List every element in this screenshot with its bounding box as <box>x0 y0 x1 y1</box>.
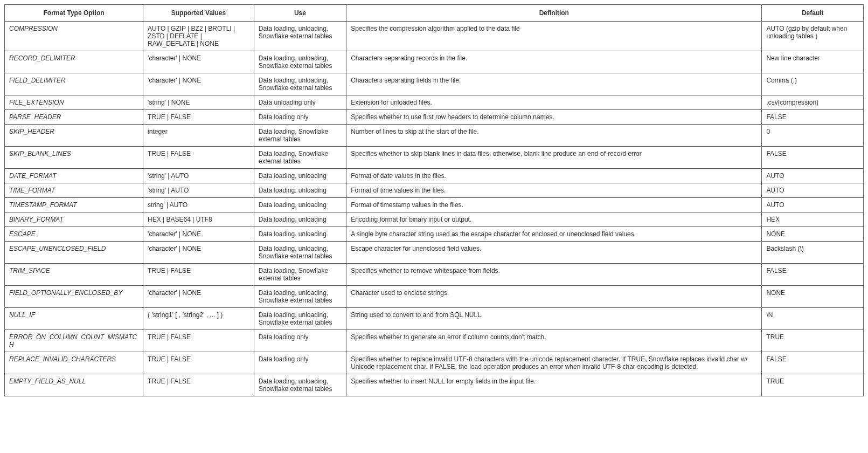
cell-use: Data loading, unloading, Snowflake exter… <box>254 286 346 308</box>
cell-definition: Format of timestamp values in the files. <box>346 198 762 212</box>
cell-supported: 'character' | NONE <box>143 227 254 242</box>
cell-definition: Specifies whether to use first row heade… <box>346 110 762 125</box>
cell-option: TIMESTAMP_FORMAT <box>5 198 143 212</box>
cell-use: Data loading, unloading <box>254 169 346 183</box>
cell-supported: TRUE | FALSE <box>143 330 254 352</box>
cell-option: ERROR_ON_COLUMN_COUNT_MISMATCH <box>5 330 143 352</box>
cell-option: SKIP_BLANK_LINES <box>5 147 143 169</box>
cell-definition: String used to convert to and from SQL N… <box>346 308 762 330</box>
table-row: COMPRESSIONAUTO | GZIP | BZ2 | BROTLI | … <box>5 22 864 51</box>
cell-supported: 'string' | NONE <box>143 95 254 110</box>
cell-default: .csv[compression] <box>762 95 864 110</box>
header-supported: Supported Values <box>143 5 254 22</box>
cell-option: ESCAPE <box>5 227 143 242</box>
cell-option: SKIP_HEADER <box>5 125 143 147</box>
cell-definition: Encoding format for binary input or outp… <box>346 212 762 227</box>
cell-use: Data loading, unloading <box>254 227 346 242</box>
cell-definition: Extension for unloaded files. <box>346 95 762 110</box>
cell-supported: TRUE | FALSE <box>143 264 254 286</box>
cell-definition: Characters separating fields in the file… <box>346 73 762 95</box>
format-options-table: Format Type Option Supported Values Use … <box>4 4 864 396</box>
table-row: ERROR_ON_COLUMN_COUNT_MISMATCHTRUE | FAL… <box>5 330 864 352</box>
cell-definition: Format of date values in the files. <box>346 169 762 183</box>
cell-supported: TRUE | FALSE <box>143 110 254 125</box>
cell-use: Data loading only <box>254 110 346 125</box>
cell-definition: A single byte character string used as t… <box>346 227 762 242</box>
cell-supported: TRUE | FALSE <box>143 374 254 396</box>
cell-use: Data loading, Snowflake external tables <box>254 125 346 147</box>
cell-use: Data unloading only <box>254 95 346 110</box>
header-option: Format Type Option <box>5 5 143 22</box>
cell-use: Data loading, unloading, Snowflake exter… <box>254 308 346 330</box>
cell-default: TRUE <box>762 374 864 396</box>
cell-supported: 'character' | NONE <box>143 73 254 95</box>
cell-option: TIME_FORMAT <box>5 183 143 198</box>
cell-default: NONE <box>762 286 864 308</box>
cell-default: AUTO <box>762 198 864 212</box>
cell-default: HEX <box>762 212 864 227</box>
cell-supported: 'string' | AUTO <box>143 169 254 183</box>
cell-default: NONE <box>762 227 864 242</box>
cell-definition: Specifies whether to insert NULL for emp… <box>346 374 762 396</box>
cell-use: Data loading only <box>254 352 346 374</box>
cell-definition: Specifies whether to remove whitespace f… <box>346 264 762 286</box>
cell-option: EMPTY_FIELD_AS_NULL <box>5 374 143 396</box>
cell-option: DATE_FORMAT <box>5 169 143 183</box>
cell-definition: Specifies the compression algorithm appl… <box>346 22 762 51</box>
header-definition: Definition <box>346 5 762 22</box>
cell-option: RECORD_DELIMITER <box>5 51 143 73</box>
cell-use: Data loading, unloading, Snowflake exter… <box>254 242 346 264</box>
table-row: BINARY_FORMATHEX | BASE64 | UTF8Data loa… <box>5 212 864 227</box>
cell-use: Data loading, unloading, Snowflake exter… <box>254 374 346 396</box>
table-row: TIME_FORMAT'string' | AUTOData loading, … <box>5 183 864 198</box>
table-row: EMPTY_FIELD_AS_NULLTRUE | FALSEData load… <box>5 374 864 396</box>
cell-definition: Character used to enclose strings. <box>346 286 762 308</box>
cell-supported: TRUE | FALSE <box>143 147 254 169</box>
cell-default: TRUE <box>762 330 864 352</box>
table-row: SKIP_HEADERintegerData loading, Snowflak… <box>5 125 864 147</box>
cell-supported: HEX | BASE64 | UTF8 <box>143 212 254 227</box>
cell-supported: AUTO | GZIP | BZ2 | BROTLI | ZSTD | DEFL… <box>143 22 254 51</box>
table-row: TIMESTAMP_FORMATstring' | AUTOData loadi… <box>5 198 864 212</box>
table-row: ESCAPE'character' | NONEData loading, un… <box>5 227 864 242</box>
cell-use: Data loading, Snowflake external tables <box>254 264 346 286</box>
cell-use: Data loading, unloading, Snowflake exter… <box>254 51 346 73</box>
cell-definition: Specifies whether to replace invalid UTF… <box>346 352 762 374</box>
cell-supported: 'character' | NONE <box>143 286 254 308</box>
cell-option: BINARY_FORMAT <box>5 212 143 227</box>
cell-default: AUTO <box>762 183 864 198</box>
cell-default: FALSE <box>762 264 864 286</box>
cell-option: ESCAPE_UNENCLOSED_FIELD <box>5 242 143 264</box>
cell-definition: Number of lines to skip at the start of … <box>346 125 762 147</box>
cell-default: AUTO (gzip by default when unloading tab… <box>762 22 864 51</box>
table-row: FIELD_DELIMITER'character' | NONEData lo… <box>5 73 864 95</box>
header-use: Use <box>254 5 346 22</box>
cell-option: NULL_IF <box>5 308 143 330</box>
table-row: DATE_FORMAT'string' | AUTOData loading, … <box>5 169 864 183</box>
cell-use: Data loading, Snowflake external tables <box>254 147 346 169</box>
table-row: RECORD_DELIMITER'character' | NONEData l… <box>5 51 864 73</box>
cell-supported: 'string' | AUTO <box>143 183 254 198</box>
cell-definition: Escape character for unenclosed field va… <box>346 242 762 264</box>
cell-supported: 'character' | NONE <box>143 242 254 264</box>
cell-use: Data loading, unloading <box>254 198 346 212</box>
table-row: FIELD_OPTIONALLY_ENCLOSED_BY'character' … <box>5 286 864 308</box>
cell-default: FALSE <box>762 352 864 374</box>
cell-default: \N <box>762 308 864 330</box>
cell-definition: Specifies whether to generate an error i… <box>346 330 762 352</box>
table-header-row: Format Type Option Supported Values Use … <box>5 5 864 22</box>
cell-use: Data loading, unloading <box>254 212 346 227</box>
cell-option: FILE_EXTENSION <box>5 95 143 110</box>
cell-definition: Characters separating records in the fil… <box>346 51 762 73</box>
cell-default: Backslash (\) <box>762 242 864 264</box>
cell-supported: string' | AUTO <box>143 198 254 212</box>
cell-use: Data loading, unloading, Snowflake exter… <box>254 22 346 51</box>
table-row: REPLACE_INVALID_CHARACTERSTRUE | FALSEDa… <box>5 352 864 374</box>
cell-definition: Format of time values in the files. <box>346 183 762 198</box>
cell-default: New line character <box>762 51 864 73</box>
table-row: ESCAPE_UNENCLOSED_FIELD'character' | NON… <box>5 242 864 264</box>
cell-default: AUTO <box>762 169 864 183</box>
cell-supported: 'character' | NONE <box>143 51 254 73</box>
cell-option: FIELD_OPTIONALLY_ENCLOSED_BY <box>5 286 143 308</box>
cell-use: Data loading only <box>254 330 346 352</box>
